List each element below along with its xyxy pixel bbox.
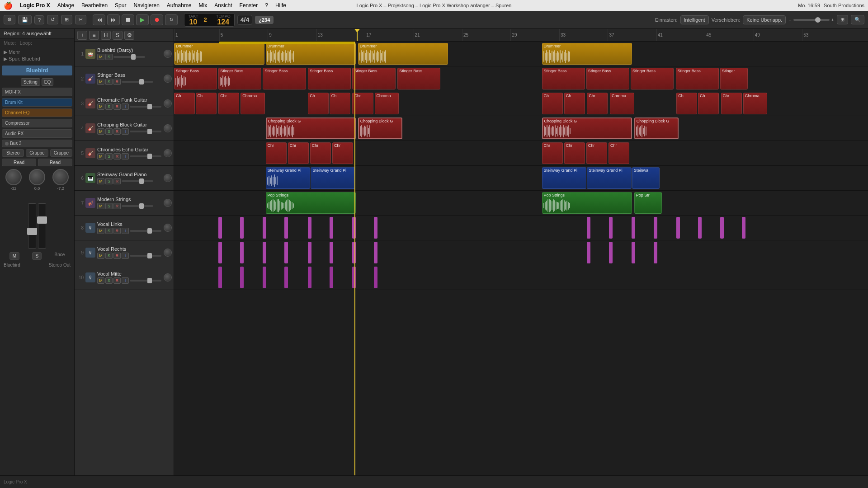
clip-steinway-5[interactable]: Steinwa xyxy=(632,167,660,189)
clip-chroma-2[interactable]: Ch xyxy=(196,93,217,114)
pan-knob[interactable] xyxy=(29,169,45,185)
track7-r-btn[interactable]: R xyxy=(113,203,121,209)
track6-fader[interactable] xyxy=(122,180,153,182)
vocal-links-bar-12[interactable] xyxy=(654,217,657,239)
track5-fader[interactable] xyxy=(130,155,161,157)
vocal-rechts-bar-8[interactable] xyxy=(374,242,377,263)
vocal-links-bar-13[interactable] xyxy=(676,217,680,239)
track4-m-btn[interactable]: M xyxy=(97,128,104,135)
track8-fader[interactable] xyxy=(130,230,161,232)
read-btn1[interactable]: Read xyxy=(2,159,36,166)
bus3-btn[interactable]: Bus 3 xyxy=(2,140,72,147)
track4-fader[interactable] xyxy=(130,131,161,132)
clip-bass-6[interactable]: Stinger Bass xyxy=(397,68,440,89)
clip-chroma-1[interactable]: Ch xyxy=(174,93,195,114)
clip-chronicles-5[interactable]: Chr xyxy=(542,142,563,164)
track7-s-btn[interactable]: S xyxy=(105,203,113,209)
vocal-links-bar-15[interactable] xyxy=(720,217,724,239)
track10-r-btn[interactable]: R xyxy=(113,277,121,284)
vocal-mitte-bar-5[interactable] xyxy=(308,267,311,288)
track5-r-btn[interactable]: R xyxy=(113,153,121,160)
clip-bass-5[interactable]: Stinger Bass xyxy=(352,68,395,89)
h-btn[interactable]: H xyxy=(101,31,111,40)
bottom-m-btn[interactable]: M xyxy=(9,252,19,260)
menu-mix[interactable]: Mix xyxy=(199,2,208,9)
clip-chroma-8[interactable]: Chroma xyxy=(375,93,399,114)
vocal-links-bar-11[interactable] xyxy=(632,217,635,239)
toolbar-save-btn[interactable]: 💾 xyxy=(18,15,32,24)
vocal-mitte-bar-1[interactable] xyxy=(218,267,222,288)
toolbar-cut-btn[interactable]: ✂ xyxy=(75,15,86,24)
vocal-rechts-bar-2[interactable] xyxy=(240,242,244,263)
track10-vol-knob[interactable] xyxy=(164,273,172,282)
clip-bass-1[interactable]: Stinger Bass xyxy=(174,68,217,89)
track4-s-btn[interactable]: S xyxy=(105,128,113,135)
clip-chopping-2[interactable]: Chopping Block G xyxy=(358,117,402,139)
toolbar-mixer-btn[interactable]: ⊞ xyxy=(61,15,72,24)
clip-chroma-7[interactable]: Chr xyxy=(352,93,373,114)
track2-vol-knob[interactable] xyxy=(164,75,172,83)
clip-chroma-14[interactable]: Ch xyxy=(698,93,719,114)
track2-m-btn[interactable]: M xyxy=(97,79,104,85)
track3-i-btn[interactable]: I xyxy=(122,103,129,110)
vocal-mitte-bar-3[interactable] xyxy=(263,267,266,288)
vocal-links-bar-2[interactable] xyxy=(240,217,244,239)
track9-m-btn[interactable]: M xyxy=(97,253,104,259)
vol-knob-left[interactable] xyxy=(5,169,22,185)
channel-eq-slot[interactable]: Channel EQ xyxy=(2,108,72,117)
clip-bass-8[interactable]: Stinger Bass xyxy=(586,68,629,89)
clip-chroma-4[interactable]: Chroma xyxy=(241,93,265,114)
track10-s-btn[interactable]: S xyxy=(105,277,113,284)
track3-r-btn[interactable]: R xyxy=(113,103,121,110)
clip-steinway-1[interactable]: Steinway Grand Pi xyxy=(266,167,310,189)
clip-bass-9[interactable]: Stinger Bass xyxy=(631,68,674,89)
record-btn[interactable]: ⏺ xyxy=(151,14,163,25)
clip-drummer-3[interactable]: Drummer xyxy=(358,43,448,65)
clip-chroma-5[interactable]: Ch xyxy=(308,93,329,114)
vocal-links-bar-5[interactable] xyxy=(308,217,311,239)
track5-vol-knob[interactable] xyxy=(164,149,172,157)
compressor-slot[interactable]: Compressor xyxy=(2,119,72,127)
clip-chopping-4[interactable]: Chopping Block G xyxy=(634,117,679,139)
track8-i-btn[interactable]: I xyxy=(122,228,129,234)
track10-i-btn[interactable]: I xyxy=(122,277,129,284)
vocal-rechts-bar-3[interactable] xyxy=(263,242,266,263)
clip-drummer-1[interactable]: Drummer xyxy=(174,43,264,65)
vocal-rechts-bar-5[interactable] xyxy=(308,242,311,263)
track7-fader[interactable] xyxy=(122,205,153,207)
vocal-links-bar-16[interactable] xyxy=(742,217,745,239)
vocal-links-bar-6[interactable] xyxy=(330,217,333,239)
zoom-plus-icon[interactable]: + xyxy=(831,17,834,23)
stop-btn[interactable]: ⏹ xyxy=(122,14,134,25)
drag-mode-btn[interactable]: Keine Überlapp. xyxy=(743,15,786,24)
track1-m-btn[interactable]: M xyxy=(97,54,104,60)
clip-popstrings-1[interactable]: Pop Strings xyxy=(266,192,356,214)
setting-btn[interactable]: Setting xyxy=(21,78,40,86)
clip-bass-4[interactable]: Stinger Bass xyxy=(308,68,351,89)
clip-chopping-3[interactable]: Chopping Block G xyxy=(542,117,632,139)
menu-?[interactable]: ? xyxy=(265,2,268,9)
track4-r-btn[interactable]: R xyxy=(113,128,121,135)
track5-s-btn[interactable]: S xyxy=(105,153,113,160)
track9-r-btn[interactable]: R xyxy=(113,253,121,259)
spur-label[interactable]: ▶ Spur: Bluebird xyxy=(4,56,71,62)
s-btn-header[interactable]: S xyxy=(113,31,123,40)
menu-bearbeiten[interactable]: Bearbeiten xyxy=(81,2,108,9)
track8-vol-knob[interactable] xyxy=(164,224,172,232)
track9-fader[interactable] xyxy=(130,255,161,257)
clip-bass-2[interactable]: Stinger Bass xyxy=(218,68,261,89)
clip-chronicles-1[interactable]: Chr xyxy=(266,142,287,164)
audio-fx-slot[interactable]: Audio FX xyxy=(2,129,72,138)
vocal-mitte-bar-8[interactable] xyxy=(374,267,377,288)
zoom-control[interactable]: − + xyxy=(788,17,834,23)
track3-s-btn[interactable]: S xyxy=(105,103,113,110)
clip-chroma-6[interactable]: Ch xyxy=(330,93,350,114)
track1-fader[interactable] xyxy=(113,56,145,58)
menu-fenster[interactable]: Fenster xyxy=(240,2,258,9)
track1-s-btn[interactable]: S xyxy=(105,54,113,60)
fast-forward-btn[interactable]: ⏭ xyxy=(107,14,120,25)
play-btn[interactable]: ▶ xyxy=(136,14,149,25)
track4-vol-knob[interactable] xyxy=(164,124,172,132)
fader-left[interactable] xyxy=(28,203,36,249)
clip-chroma-13[interactable]: Ch xyxy=(676,93,697,114)
